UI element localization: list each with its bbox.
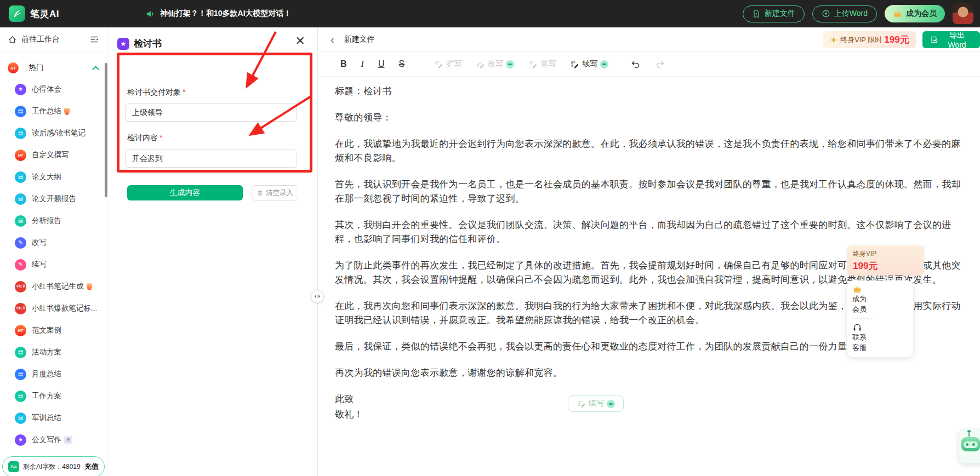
user-avatar[interactable]: [953, 3, 973, 24]
vip-price: 199元: [884, 33, 909, 46]
sidebar-item-label: 公文写作: [32, 435, 61, 445]
close-icon[interactable]: ✕: [295, 35, 305, 47]
expand-writing-button[interactable]: 扩写: [434, 59, 461, 69]
sidebar-item-8[interactable]: ✎续写: [0, 254, 107, 276]
sidebar-item-12[interactable]: ▤活动方案: [0, 341, 107, 363]
doc-paragraph-7[interactable]: 再次为我的错误向您表示歉意，谢谢您的谅解和宽容。: [335, 366, 964, 380]
continue-label: 续写: [582, 59, 597, 69]
topbar-actions: 新建文件 上传Word 成为会员: [743, 0, 973, 27]
sidebar-item-label: 月度总结: [32, 369, 61, 379]
new-file-button[interactable]: 新建文件: [743, 5, 805, 22]
doc-icon: ▤: [15, 215, 26, 227]
topbar: 笔灵AI 神仙打架？！和10多款AI大模型对话！ 新建文件 上传Word: [0, 0, 980, 27]
clear-input-button[interactable]: 清空录入: [252, 185, 298, 200]
sidebar-item-0[interactable]: ★心得体会: [0, 78, 107, 100]
upload-word-button[interactable]: 上传Word: [812, 5, 877, 22]
chevron-up-icon[interactable]: [92, 66, 99, 73]
app-logo[interactable]: 笔灵AI: [9, 5, 59, 22]
back-chevron-icon[interactable]: ‹: [331, 34, 334, 45]
sidebar-item-2[interactable]: ▤读后感/读书笔记: [0, 122, 107, 144]
book-icon: ▤: [15, 412, 26, 424]
become-member-label: 成为会员: [906, 9, 937, 19]
hot-section-label: 热门: [29, 63, 44, 73]
sidebar-item-9[interactable]: 小红书小红书笔记生成: [0, 276, 107, 297]
contact-service-link[interactable]: 客服: [852, 342, 913, 353]
undo-icon[interactable]: [630, 60, 641, 69]
quill-logo-icon: [9, 5, 25, 22]
become-member-button[interactable]: 成为会员: [885, 5, 945, 22]
sparkle-icon: [829, 36, 838, 44]
redo-icon[interactable]: [655, 60, 665, 69]
continue-floating-label: 续写: [589, 399, 604, 409]
underline-button[interactable]: U: [378, 59, 385, 69]
sidebar-item-11[interactable]: HT范文案例: [0, 319, 107, 341]
generate-content-button[interactable]: 生成内容: [127, 185, 243, 200]
panel-resize-handle[interactable]: [311, 290, 324, 303]
become-member-side-link[interactable]: 成为: [852, 294, 913, 304]
lifetime-vip-side-card[interactable]: 终身VIP 199元: [847, 245, 924, 276]
review-content-input[interactable]: [125, 150, 297, 168]
doc-badge-icon: ≣: [64, 436, 72, 444]
sidebar-item-label: 小红书爆款笔记标...: [32, 303, 97, 313]
doc-title-line[interactable]: 标题：检讨书: [335, 84, 964, 99]
required-asterisk: *: [159, 133, 162, 142]
sidebar-item-10[interactable]: 小红书小红书爆款笔记标...: [0, 297, 107, 319]
upload-icon: [822, 9, 830, 18]
ai-words-remaining-pill[interactable]: A≡ 剩余AI字数：48019 充值: [2, 456, 105, 476]
simplify-button[interactable]: 简写: [528, 59, 556, 69]
contact-service-link[interactable]: 联系: [852, 332, 913, 342]
announcement-banner[interactable]: 神仙打架？！和10多款AI大模型对话！: [145, 0, 292, 27]
recipient-input[interactable]: [125, 104, 297, 122]
document-body[interactable]: 标题：检讨书 尊敬的领导： 在此，我诚挚地为我最近的开会迟到行为向您表示深深的歉…: [318, 77, 980, 476]
strikethrough-button[interactable]: S: [398, 59, 404, 69]
doc-salute[interactable]: 敬礼！: [335, 408, 964, 422]
sidebar-section-hot[interactable]: HT 热门: [0, 58, 107, 78]
sidebar-item-16[interactable]: ★公文写作≣: [0, 429, 107, 451]
doc-paragraph-2[interactable]: 首先，我认识到开会是我作为一名员工，也是一名社会成员的基本职责。按时参加会议是我…: [335, 177, 964, 206]
sidebar-item-15[interactable]: ▤军训总结: [0, 407, 107, 429]
document-title-breadcrumb: 新建文件: [344, 35, 375, 44]
remaining-words-value: 48019: [62, 463, 80, 471]
go-to-workspace[interactable]: 前往工作台: [0, 27, 107, 52]
recharge-link[interactable]: 充值: [84, 462, 99, 472]
assistant-robot-button[interactable]: [959, 429, 980, 463]
sidebar-item-4[interactable]: ▤论文大纲: [0, 166, 107, 188]
sidebar-item-7[interactable]: ✎改写: [0, 232, 107, 254]
export-word-button[interactable]: 导出Word: [922, 31, 980, 48]
continue-writing-floating-button[interactable]: 续写: [568, 395, 624, 412]
doc-paragraph-1[interactable]: 在此，我诚挚地为我最近的开会迟到行为向您表示深深的歉意。在此，我必须承认我的错误…: [335, 137, 964, 165]
rewrite-button[interactable]: 改写: [476, 59, 514, 69]
vip-text: 终身VIP 限时: [840, 35, 882, 45]
sidebar-item-13[interactable]: ▤月度总结: [0, 363, 107, 385]
export-icon: [930, 36, 938, 44]
card-divider: [852, 318, 873, 319]
doc-closing[interactable]: 此致: [335, 392, 964, 406]
doc-salutation[interactable]: 尊敬的领导：: [335, 111, 964, 125]
crown-icon: [852, 285, 913, 294]
star-icon: ★: [15, 434, 26, 446]
continue-writing-button[interactable]: 续写: [570, 59, 608, 69]
new-file-label: 新建文件: [765, 9, 795, 19]
member-service-side-card: 成为 会员 联系 客服: [847, 280, 913, 357]
trash-icon: [257, 190, 264, 197]
lifetime-vip-badge[interactable]: 终身VIP 限时 199元: [823, 31, 916, 48]
collapse-sidebar-icon[interactable]: [89, 35, 99, 44]
sidebar-item-14[interactable]: ▤工作方案: [0, 385, 107, 407]
become-member-side-link[interactable]: 会员: [852, 304, 913, 314]
doc-paragraph-3[interactable]: 其次，我明白开会的重要性。会议是我们团队交流、决策、解决问题的平台，而我却因为自…: [335, 218, 964, 246]
sidebar-item-5[interactable]: ▤论文开题报告: [0, 188, 107, 210]
bold-button[interactable]: B: [340, 59, 347, 69]
hot-fire-icon: HT: [8, 62, 19, 73]
sidebar-item-label: 工作总结: [32, 106, 61, 116]
sidebar-item-6[interactable]: ▤分析报告: [0, 210, 107, 232]
vip-crown-icon: [607, 400, 615, 408]
headset-icon: [852, 323, 913, 332]
sidebar-item-1[interactable]: ▤工作总结: [0, 100, 107, 122]
vip-crown-icon: [600, 60, 608, 68]
italic-button[interactable]: I: [361, 59, 364, 69]
sidebar-item-label: 小红书笔记生成: [32, 282, 84, 291]
simplify-label: 简写: [540, 59, 556, 69]
sidebar-item-3[interactable]: HT自定义撰写: [0, 144, 107, 166]
book-icon: ▤: [15, 171, 26, 183]
pen-icon: ✎: [15, 259, 26, 271]
